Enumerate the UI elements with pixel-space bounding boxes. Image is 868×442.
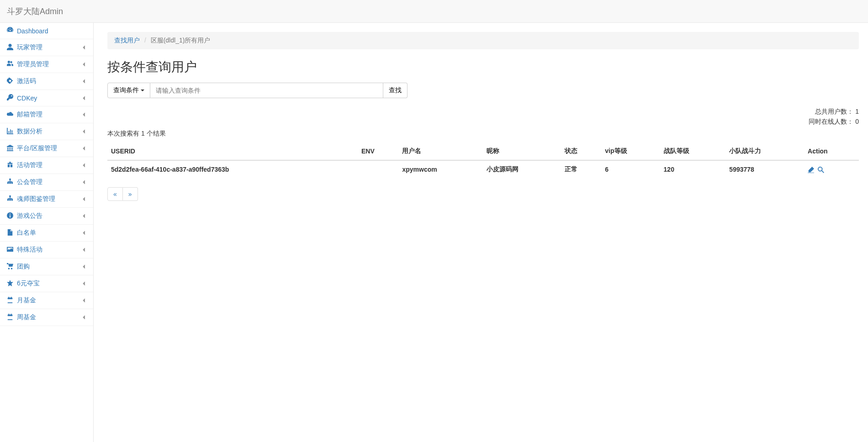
page-next-button[interactable]: » bbox=[123, 187, 138, 201]
cart-icon bbox=[7, 263, 17, 271]
sidebar-item-17[interactable]: 周基金 bbox=[0, 309, 93, 326]
col-env: ENV bbox=[358, 142, 398, 160]
sidebar-item-0[interactable]: Dashboard bbox=[0, 23, 93, 39]
table-cell: 5993778 bbox=[725, 160, 804, 178]
chevron-left-icon bbox=[82, 314, 86, 321]
sidebar-item-label: 月基金 bbox=[17, 296, 36, 305]
chevron-left-icon bbox=[82, 297, 86, 304]
sidebar-item-7[interactable]: 平台/区服管理 bbox=[0, 140, 93, 157]
col-action: Action bbox=[804, 142, 859, 160]
sidebar-item-label: 周基金 bbox=[17, 313, 36, 321]
edit-icon[interactable] bbox=[808, 166, 814, 173]
breadcrumb: 查找用户 / 区服(dldl_1)所有用户 bbox=[107, 32, 859, 49]
sidebar-item-12[interactable]: 白名单 bbox=[0, 225, 93, 242]
sidebar-item-2[interactable]: 管理员管理 bbox=[0, 56, 93, 73]
sidebar-item-13[interactable]: 特殊活动 bbox=[0, 242, 93, 258]
search-button[interactable]: 查找 bbox=[383, 83, 408, 98]
chevron-left-icon bbox=[82, 280, 86, 287]
sidebar-item-10[interactable]: 魂师图鉴管理 bbox=[0, 191, 93, 208]
online-users-value: 0 bbox=[855, 118, 859, 125]
chevron-left-icon bbox=[82, 145, 86, 152]
chevron-left-icon bbox=[82, 212, 86, 220]
total-users-label: 总共用户数： bbox=[815, 108, 853, 115]
stats-block: 总共用户数： 1 同时在线人数： 0 bbox=[107, 106, 859, 127]
sidebar-item-label: 特殊活动 bbox=[17, 246, 42, 254]
sitemap-icon bbox=[7, 179, 17, 186]
total-users-value: 1 bbox=[855, 108, 859, 115]
table-cell: xpymwcom bbox=[398, 160, 482, 178]
table-cell: 正常 bbox=[561, 160, 601, 178]
sidebar-item-11[interactable]: 游戏公告 bbox=[0, 208, 93, 225]
sidebar-item-9[interactable]: 公会管理 bbox=[0, 174, 93, 191]
calendar-icon bbox=[7, 297, 17, 305]
table-cell: 小皮源码网 bbox=[483, 160, 561, 178]
search-input[interactable] bbox=[150, 83, 383, 98]
sidebar-item-label: 团购 bbox=[17, 263, 30, 271]
calendar-icon bbox=[7, 314, 17, 321]
cloud-icon bbox=[7, 111, 17, 119]
topbar: 斗罗大陆Admin bbox=[0, 0, 868, 23]
gift-icon bbox=[7, 162, 17, 169]
sidebar-item-label: 数据分析 bbox=[17, 127, 42, 136]
chevron-left-icon bbox=[82, 128, 86, 135]
table-cell: 120 bbox=[660, 160, 726, 178]
sidebar-item-label: 6元夺宝 bbox=[17, 279, 40, 288]
col-vip: vip等级 bbox=[601, 142, 660, 160]
sidebar-item-label: 游戏公告 bbox=[17, 212, 42, 220]
table-row: 5d2d2fea-66af-410c-a837-a90ffed7363bxpym… bbox=[107, 160, 859, 178]
table-cell bbox=[358, 160, 398, 178]
sidebar-item-14[interactable]: 团购 bbox=[0, 258, 93, 275]
sidebar-item-label: 平台/区服管理 bbox=[17, 144, 57, 153]
sidebar-item-label: 邮箱管理 bbox=[17, 110, 42, 119]
online-users-label: 同时在线人数： bbox=[809, 118, 853, 125]
chart-icon bbox=[7, 128, 17, 136]
sidebar-item-6[interactable]: 数据分析 bbox=[0, 123, 93, 140]
col-team-level: 战队等级 bbox=[660, 142, 726, 160]
sidebar-item-label: Dashboard bbox=[17, 27, 48, 35]
filter-dropdown-label: 查询条件 bbox=[113, 86, 139, 95]
sidebar-item-label: 玩家管理 bbox=[17, 43, 42, 52]
sidebar-item-label: 白名单 bbox=[17, 229, 36, 237]
col-status: 状态 bbox=[561, 142, 601, 160]
users-icon bbox=[7, 61, 17, 68]
sidebar-item-label: 魂师图鉴管理 bbox=[17, 195, 55, 203]
chevron-left-icon bbox=[82, 195, 86, 203]
chevron-left-icon bbox=[82, 162, 86, 169]
filter-dropdown-button[interactable]: 查询条件 bbox=[107, 83, 150, 98]
sidebar-item-label: 激活码 bbox=[17, 77, 36, 85]
key-icon bbox=[7, 94, 17, 102]
results-table: USERID ENV 用户名 昵称 状态 vip等级 战队等级 小队战斗力 Ac… bbox=[107, 142, 859, 178]
sidebar-item-label: 公会管理 bbox=[17, 178, 42, 186]
chevron-left-icon bbox=[82, 229, 86, 237]
sidebar-item-label: CDKey bbox=[17, 95, 37, 102]
cog-icon bbox=[7, 78, 17, 85]
pagination: « » bbox=[107, 187, 138, 201]
sidebar-item-15[interactable]: 6元夺宝 bbox=[0, 275, 93, 292]
star-icon bbox=[7, 280, 17, 288]
search-input-group: 查询条件 查找 bbox=[107, 83, 859, 98]
file-icon bbox=[7, 229, 17, 237]
search-icon[interactable] bbox=[818, 166, 824, 173]
breadcrumb-separator: / bbox=[142, 37, 149, 44]
sidebar-item-16[interactable]: 月基金 bbox=[0, 292, 93, 309]
chevron-left-icon bbox=[82, 78, 86, 85]
sidebar: Dashboard玩家管理管理员管理激活码CDKey邮箱管理数据分析平台/区服管… bbox=[0, 23, 94, 442]
col-power: 小队战斗力 bbox=[725, 142, 804, 160]
bank-icon bbox=[7, 145, 17, 153]
sitemap-icon bbox=[7, 195, 17, 203]
chevron-left-icon bbox=[82, 61, 86, 68]
table-cell-action bbox=[804, 160, 859, 178]
chevron-left-icon bbox=[82, 263, 86, 270]
app-title: 斗罗大陆Admin bbox=[7, 7, 63, 16]
sidebar-item-5[interactable]: 邮箱管理 bbox=[0, 106, 93, 123]
sidebar-item-3[interactable]: 激活码 bbox=[0, 73, 93, 90]
page-prev-button[interactable]: « bbox=[107, 187, 123, 201]
result-summary: 本次搜索有 1 个结果 bbox=[107, 130, 859, 138]
sidebar-item-4[interactable]: CDKey bbox=[0, 90, 93, 106]
chevron-left-icon bbox=[82, 95, 86, 102]
breadcrumb-root[interactable]: 查找用户 bbox=[114, 37, 140, 44]
sidebar-item-8[interactable]: 活动管理 bbox=[0, 157, 93, 174]
sidebar-item-1[interactable]: 玩家管理 bbox=[0, 39, 93, 56]
col-nickname: 昵称 bbox=[483, 142, 561, 160]
table-header-row: USERID ENV 用户名 昵称 状态 vip等级 战队等级 小队战斗力 Ac… bbox=[107, 142, 859, 160]
